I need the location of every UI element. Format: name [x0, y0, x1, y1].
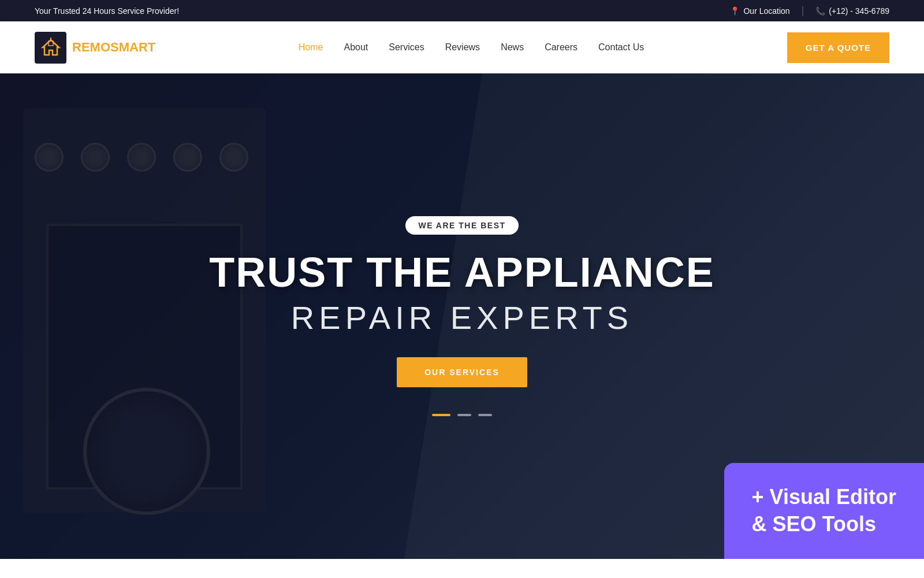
nav-link-news[interactable]: News — [501, 42, 524, 52]
hero-dot-2[interactable] — [478, 414, 492, 416]
nav-item-contact[interactable]: Contact Us — [598, 42, 644, 53]
hero-badge: WE ARE THE BEST — [405, 216, 518, 235]
logo-icon — [35, 32, 66, 64]
hero-section: WE ARE THE BEST TRUST THE APPLIANCE REPA… — [0, 73, 924, 559]
get-quote-button[interactable]: GET A QUOTE — [787, 32, 889, 63]
hero-dot-active[interactable] — [432, 414, 450, 416]
nav-list: Home About Services Reviews News Careers… — [299, 42, 644, 53]
header: REMOSMART Home About Services Reviews Ne… — [0, 21, 924, 73]
nav-link-about[interactable]: About — [344, 42, 368, 52]
svg-marker-0 — [43, 40, 59, 55]
hero-title-sub: REPAIR EXPERTS — [291, 299, 633, 336]
nav-item-home[interactable]: Home — [299, 42, 323, 53]
hero-title-main: TRUST THE APPLIANCE — [209, 250, 714, 295]
promo-plus: + Visual Editor — [752, 485, 896, 509]
hero-content: WE ARE THE BEST TRUST THE APPLIANCE REPA… — [209, 216, 714, 416]
nav-link-reviews[interactable]: Reviews — [445, 42, 480, 52]
top-bar-location: 📍 Our Location — [730, 6, 789, 16]
logo[interactable]: REMOSMART — [35, 32, 155, 64]
nav-link-services[interactable]: Services — [389, 42, 424, 52]
hero-cta-button[interactable]: OUR SERVICES — [397, 357, 527, 387]
promo-badge: + Visual Editor & SEO Tools — [724, 463, 924, 559]
hero-dots — [432, 414, 492, 416]
top-bar-right: 📍 Our Location | 📞 (+12) - 345-6789 — [730, 5, 889, 17]
logo-text: REMOSMART — [72, 40, 155, 55]
top-bar-divider: | — [802, 5, 804, 17]
hero-dot-1[interactable] — [457, 414, 471, 416]
nav-item-services[interactable]: Services — [389, 42, 424, 53]
logo-smart: SMART — [110, 40, 155, 54]
main-nav: Home About Services Reviews News Careers… — [299, 42, 644, 53]
top-bar-tagline: Your Trusted 24 Hours Service Provider! — [35, 6, 179, 16]
nav-item-careers[interactable]: Careers — [545, 42, 578, 53]
nav-link-home[interactable]: Home — [299, 42, 323, 52]
top-bar-phone: 📞 (+12) - 345-6789 — [815, 6, 889, 16]
top-bar: Your Trusted 24 Hours Service Provider! … — [0, 0, 924, 21]
phone-number: (+12) - 345-6789 — [829, 6, 889, 16]
nav-link-contact[interactable]: Contact Us — [598, 42, 644, 52]
nav-link-careers[interactable]: Careers — [545, 42, 578, 52]
phone-icon: 📞 — [815, 6, 825, 16]
nav-item-news[interactable]: News — [501, 42, 524, 53]
logo-remo: REMO — [72, 40, 110, 54]
location-icon: 📍 — [730, 6, 740, 16]
promo-badge-text: + Visual Editor & SEO Tools — [752, 484, 896, 538]
nav-item-about[interactable]: About — [344, 42, 368, 53]
location-label: Our Location — [743, 6, 789, 16]
nav-item-reviews[interactable]: Reviews — [445, 42, 480, 53]
promo-seo: & SEO Tools — [752, 512, 876, 536]
